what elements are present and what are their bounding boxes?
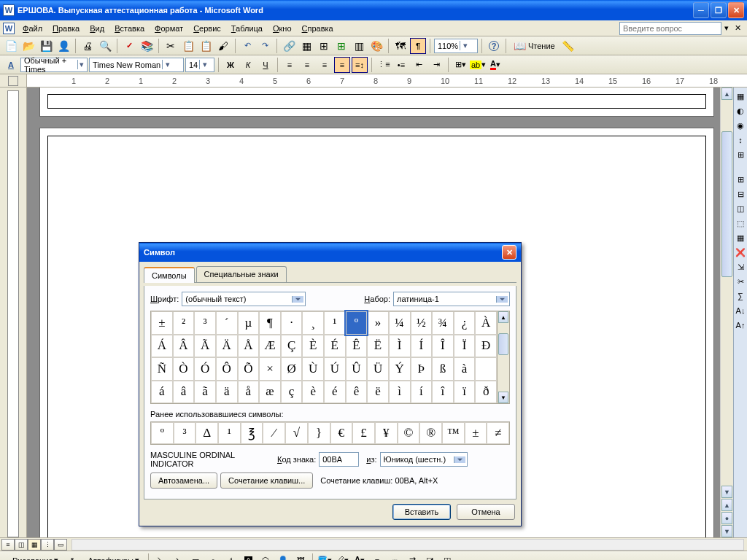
rt-btn[interactable]: ❌ <box>735 246 746 258</box>
3d-button[interactable]: ◫ <box>439 553 455 561</box>
dialog-titlebar[interactable]: Символ ✕ <box>139 243 521 262</box>
paste-button[interactable]: 📋 <box>198 38 214 54</box>
align-right-button[interactable]: ≡ <box>317 57 333 73</box>
grid-scroll-thumb[interactable] <box>498 333 508 355</box>
research-button[interactable]: 📚 <box>139 38 155 54</box>
italic-button[interactable]: К <box>240 57 256 73</box>
symbol-cell[interactable]: Þ <box>411 357 433 381</box>
textbox-button[interactable]: 𝐴 <box>222 553 239 561</box>
symbol-cell[interactable]: ð <box>475 381 497 404</box>
symbol-cell[interactable]: ß <box>432 357 454 381</box>
rt-btn[interactable]: ◫ <box>735 203 746 214</box>
shadow-button[interactable]: ◪ <box>422 553 438 561</box>
justify-button[interactable]: ≡ <box>334 57 350 73</box>
symbol-cell[interactable]: ½ <box>411 311 433 335</box>
menu-Таблица[interactable]: Таблица <box>226 23 268 34</box>
cancel-button[interactable]: Отмена <box>457 504 515 520</box>
help-button[interactable]: ? <box>486 38 502 54</box>
columns-button[interactable]: ▥ <box>351 38 367 54</box>
symbol-cell[interactable]: Á <box>151 335 173 358</box>
fill-color-button[interactable]: 🪣▾ <box>317 553 333 561</box>
symbol-cell[interactable]: ê <box>346 381 368 404</box>
line-spacing-button[interactable]: ≡↕ <box>352 57 368 73</box>
normal-view-button[interactable]: ≡ <box>1 539 15 551</box>
browse-object-button[interactable]: ● <box>721 512 732 524</box>
underline-button[interactable]: Ч <box>258 57 274 73</box>
rectangle-button[interactable]: ▭ <box>187 553 204 561</box>
rt-btn[interactable]: ⇲ <box>735 261 746 273</box>
tables-borders-button[interactable]: ▦ <box>298 38 314 54</box>
symbol-cell[interactable]: Ð <box>475 335 497 358</box>
symbol-cell[interactable]: ç <box>281 381 303 404</box>
symbol-cell[interactable]: Å <box>238 335 260 358</box>
draw-menu[interactable]: Рисование ▾ <box>7 553 63 560</box>
symbol-cell[interactable]: á <box>151 381 173 404</box>
help-input[interactable] <box>619 22 721 35</box>
rt-btn[interactable]: A↑ <box>735 319 746 331</box>
open-button[interactable]: 📂 <box>20 38 36 54</box>
scroll-up-button[interactable]: ▲ <box>721 88 732 100</box>
symbol-cell[interactable]: é <box>324 381 346 404</box>
recent-symbol-cell[interactable]: ¥ <box>375 422 398 444</box>
highlight-button[interactable]: ab▾ <box>470 57 486 73</box>
print-view-button[interactable]: ▦ <box>28 539 41 551</box>
redo-button[interactable]: ↷ <box>257 38 273 54</box>
scroll-down-button[interactable]: ▼ <box>721 486 732 498</box>
tab-selector[interactable] <box>8 76 18 86</box>
excel-button[interactable]: ⊞ <box>333 38 349 54</box>
rt-btn[interactable]: ⊟ <box>735 188 746 200</box>
scroll-thumb[interactable] <box>721 131 732 277</box>
next-page-button[interactable]: ▼ <box>721 525 732 537</box>
styles-pane-button[interactable]: A <box>3 57 19 73</box>
new-doc-button[interactable]: 📄 <box>3 38 19 54</box>
symbol-cell[interactable]: Ï <box>454 335 476 358</box>
subset-combo[interactable]: латиница-1 <box>393 292 510 306</box>
menu-Файл[interactable]: Файл <box>18 23 47 34</box>
menu-Справка[interactable]: Справка <box>297 23 338 34</box>
line-style-button[interactable]: ≡ <box>369 553 385 561</box>
symbol-cell[interactable]: ² <box>173 311 195 335</box>
diagram-button[interactable]: ⬡ <box>258 553 274 561</box>
symbol-cell[interactable]: í <box>411 381 433 404</box>
symbol-cell[interactable]: æ <box>259 381 281 404</box>
symbol-cell[interactable] <box>475 357 497 381</box>
bold-button[interactable]: Ж <box>222 57 239 73</box>
close-doc-button[interactable]: ✕ <box>735 23 741 33</box>
symbol-cell[interactable]: ³ <box>194 311 216 335</box>
symbol-cell[interactable]: Ò <box>173 357 195 381</box>
symbol-cell[interactable]: Û <box>346 357 368 381</box>
char-code-input[interactable] <box>319 452 359 467</box>
recent-symbol-cell[interactable]: Δ <box>196 422 218 444</box>
font-color-button[interactable]: A▾ <box>352 553 368 561</box>
symbol-cell[interactable]: Ó <box>194 357 216 381</box>
symbol-cell[interactable]: º <box>346 311 368 335</box>
recent-symbol-cell[interactable]: º <box>151 422 174 444</box>
cut-button[interactable]: ✂ <box>163 38 179 54</box>
symbol-cell[interactable]: Ñ <box>151 357 173 381</box>
print-button[interactable]: 🖨 <box>80 38 96 54</box>
rt-btn[interactable]: A↓ <box>735 305 746 316</box>
font-combo[interactable]: (обычный текст) <box>182 292 306 306</box>
clipart-button[interactable]: 👤 <box>275 553 291 561</box>
symbol-cell[interactable]: î <box>432 381 454 404</box>
rt-btn[interactable]: ▦ <box>735 90 746 102</box>
symbol-cell[interactable]: ë <box>367 381 389 404</box>
rt-btn[interactable]: ◐ <box>735 105 746 117</box>
symbol-cell[interactable]: â <box>173 381 195 404</box>
close-button[interactable]: ✕ <box>728 2 744 18</box>
help-dropdown-icon[interactable]: ▾ <box>724 23 729 33</box>
minimize-button[interactable]: ─ <box>693 2 709 18</box>
rt-btn[interactable]: ⊞ <box>735 149 746 160</box>
symbol-cell[interactable]: Â <box>173 335 195 358</box>
decrease-indent-button[interactable]: ⇤ <box>411 57 427 73</box>
ruler-button[interactable]: 📏 <box>560 38 576 54</box>
doc-map-button[interactable]: 🗺 <box>392 38 409 54</box>
symbol-cell[interactable]: Ø <box>281 357 303 381</box>
increase-indent-button[interactable]: ⇥ <box>428 57 444 73</box>
symbol-cell[interactable]: ä <box>216 381 238 404</box>
hscroll-track[interactable] <box>71 539 744 551</box>
outline-view-button[interactable]: ⋮ <box>41 539 54 551</box>
recent-symbol-cell[interactable]: } <box>308 422 330 444</box>
vertical-ruler[interactable] <box>0 88 27 537</box>
symbol-cell[interactable]: ï <box>454 381 476 404</box>
